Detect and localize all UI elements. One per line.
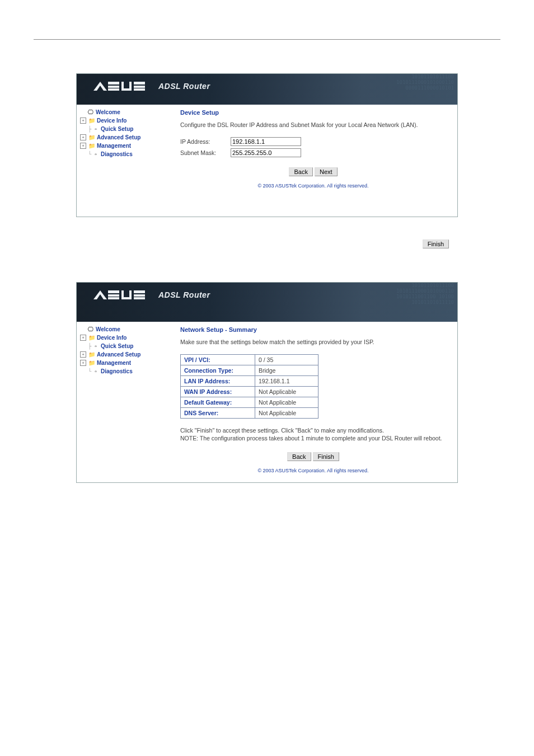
brand-subtitle: ADSL Router <box>158 82 210 91</box>
nav-tree: 🖵Welcome +📁Device Info ├▫Quick Setup +📁A… <box>77 322 169 482</box>
mid-finish-row: Finish <box>68 240 466 248</box>
folder-icon: 📁 <box>88 350 96 359</box>
svg-rect-3 <box>108 88 119 91</box>
nav-management[interactable]: +📁Management <box>80 142 167 150</box>
copyright: © 2003 ASUSTek Corporation. All rights r… <box>180 463 446 477</box>
table-row: DNS Server:Not Applicable <box>181 408 318 419</box>
plus-icon[interactable]: + <box>80 143 86 149</box>
panel-header: ADSL Router 1010110101110010101110001010… <box>77 74 457 105</box>
page-icon: ▫ <box>92 150 100 158</box>
brand-logo: ADSL Router <box>92 78 210 94</box>
asus-logo-icon <box>92 287 154 303</box>
ip-label: IP Address: <box>180 138 231 145</box>
svg-rect-19 <box>134 297 145 299</box>
gw-val: Not Applicable <box>255 397 318 408</box>
table-row: Connection Type:Bridge <box>181 365 318 376</box>
folder-icon: 📁 <box>88 359 96 367</box>
lan-val: 192.168.1.1 <box>255 376 318 387</box>
svg-rect-2 <box>108 86 119 88</box>
lan-key: LAN IP Address: <box>181 376 255 387</box>
nav-quick-setup[interactable]: ├▫Quick Setup <box>80 125 167 133</box>
back-button[interactable]: Back <box>289 167 312 176</box>
table-row: LAN IP Address:192.168.1.1 <box>181 376 318 387</box>
header-pattern: 1010110101110010101110001010001101010111… <box>264 283 457 322</box>
plus-icon[interactable]: + <box>80 360 86 366</box>
nav-welcome[interactable]: 🖵Welcome <box>80 325 167 334</box>
svg-rect-16 <box>121 297 132 299</box>
back-button[interactable]: Back <box>287 452 311 461</box>
svg-rect-12 <box>108 294 119 297</box>
summary-table: VPI / VCI:0 / 35 Connection Type:Bridge … <box>180 354 318 419</box>
folder-icon: 📁 <box>88 142 96 150</box>
next-button[interactable]: Next <box>315 167 338 176</box>
finish-button[interactable]: Finish <box>423 240 449 248</box>
finish-button[interactable]: Finish <box>313 452 339 461</box>
wan-val: Not Applicable <box>255 387 318 397</box>
asus-logo-icon <box>92 78 154 94</box>
content-desc: Configure the DSL Router IP Address and … <box>180 121 446 128</box>
plus-icon[interactable]: + <box>80 335 86 341</box>
svg-rect-6 <box>121 88 132 91</box>
svg-marker-10 <box>93 290 107 299</box>
monitor-icon: 🖵 <box>87 325 95 334</box>
content-title: Network Setup - Summary <box>180 326 446 333</box>
content-desc: Make sure that the settings below match … <box>180 339 446 345</box>
ct-val: Bridge <box>255 365 318 376</box>
table-row: WAN IP Address:Not Applicable <box>181 387 318 397</box>
nav-diagnostics[interactable]: └▫Diagnostics <box>80 150 167 158</box>
plus-icon[interactable]: + <box>80 134 86 140</box>
nav-diagnostics[interactable]: └▫Diagnostics <box>80 367 167 375</box>
page-icon: ▫ <box>92 342 100 350</box>
page-rule <box>34 39 500 40</box>
monitor-icon: 🖵 <box>87 108 95 116</box>
table-row: VPI / VCI:0 / 35 <box>181 355 318 365</box>
router-panel-device-setup: ADSL Router 1010110101110010101110001010… <box>76 73 458 217</box>
nav-tree: 🖵Welcome +📁Device Info ├▫Quick Setup +📁A… <box>77 105 169 217</box>
summary-note: Click "Finish" to accept these settings.… <box>180 426 446 442</box>
nav-device-info[interactable]: +📁Device Info <box>80 334 167 342</box>
folder-icon: 📁 <box>88 116 96 125</box>
router-panel-summary: ADSL Router 1010110101110010101110001010… <box>76 282 458 483</box>
plus-icon[interactable]: + <box>80 351 86 358</box>
subnet-label: Subnet Mask: <box>180 149 231 156</box>
svg-rect-11 <box>108 290 119 293</box>
vpi-key: VPI / VCI: <box>181 355 255 365</box>
content-summary: Network Setup - Summary Make sure that t… <box>169 322 457 482</box>
ct-key: Connection Type: <box>181 365 255 376</box>
svg-rect-18 <box>134 294 145 297</box>
nav-advanced-setup[interactable]: +📁Advanced Setup <box>80 133 167 142</box>
nav-welcome[interactable]: 🖵Welcome <box>80 108 167 116</box>
wan-key: WAN IP Address: <box>181 387 255 397</box>
dns-val: Not Applicable <box>255 408 318 419</box>
ip-address-input[interactable] <box>231 137 301 146</box>
page-icon: ▫ <box>92 367 100 375</box>
nav-advanced-setup[interactable]: +📁Advanced Setup <box>80 350 167 359</box>
nav-device-info[interactable]: +📁Device Info <box>80 116 167 125</box>
subnet-mask-input[interactable] <box>231 148 301 157</box>
dns-key: DNS Server: <box>181 408 255 419</box>
folder-icon: 📁 <box>88 334 96 342</box>
nav-quick-setup[interactable]: ├▫Quick Setup <box>80 342 167 350</box>
page-icon: ▫ <box>92 125 100 133</box>
brand-logo: ADSL Router <box>92 287 210 303</box>
plus-icon[interactable]: + <box>80 118 86 124</box>
folder-icon: 📁 <box>88 133 96 142</box>
brand-subtitle: ADSL Router <box>158 290 210 299</box>
copyright: © 2003 ASUSTek Corporation. All rights r… <box>180 179 446 192</box>
nav-management[interactable]: +📁Management <box>80 359 167 367</box>
gw-key: Default Gateway: <box>181 397 255 408</box>
svg-rect-17 <box>134 290 145 293</box>
svg-rect-1 <box>108 82 119 84</box>
svg-rect-13 <box>108 297 119 299</box>
content-title: Device Setup <box>180 109 446 116</box>
svg-rect-7 <box>134 82 145 84</box>
svg-marker-0 <box>93 82 107 91</box>
vpi-val: 0 / 35 <box>255 355 318 365</box>
svg-rect-8 <box>134 86 145 88</box>
header-pattern: 1010110101110010101110001010001100000111… <box>275 74 457 105</box>
table-row: Default Gateway:Not Applicable <box>181 397 318 408</box>
svg-rect-9 <box>134 88 145 91</box>
content-device-setup: Device Setup Configure the DSL Router IP… <box>169 105 457 217</box>
panel-header: ADSL Router 1010110101110010101110001010… <box>77 283 457 322</box>
